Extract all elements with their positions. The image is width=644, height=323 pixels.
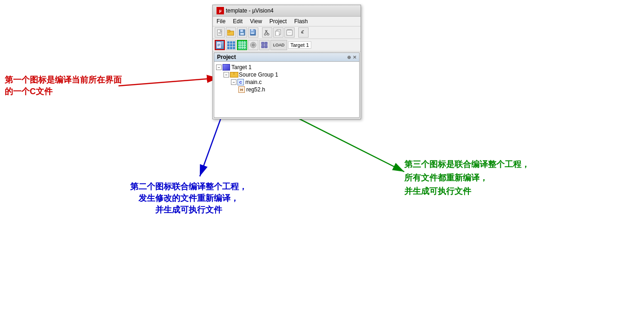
app-icon: µ [217, 7, 224, 14]
svg-marker-30 [221, 42, 223, 44]
toolbar-new-btn[interactable] [215, 27, 225, 38]
menu-view[interactable]: View [248, 18, 264, 25]
reg52-h-label: reg52.h [246, 86, 265, 93]
window-title: template - µVision4 [226, 7, 274, 14]
toolbar-open-btn[interactable] [226, 27, 236, 38]
toolbar-options-btn[interactable] [259, 40, 269, 50]
toolbar-row2: LOAD Target 1 [213, 39, 361, 52]
expand-icon[interactable]: − [216, 65, 222, 70]
target-label: Target 1 [231, 64, 251, 71]
toolbar-row1 [213, 26, 361, 39]
menu-project[interactable]: Project [268, 18, 289, 25]
close-icon[interactable]: ✕ [353, 55, 356, 60]
project-header-controls: ⊕ ✕ [347, 55, 356, 60]
toolbar-target-label[interactable]: Target 1 [288, 41, 311, 49]
svg-rect-36 [262, 42, 264, 45]
project-panel-title: Project [217, 54, 236, 60]
project-panel-header: Project ⊕ ✕ [214, 53, 359, 62]
svg-point-35 [252, 44, 255, 46]
menu-bar: File Edit View Project Flash [213, 17, 361, 26]
tree-main-c[interactable]: − C main.c [214, 78, 359, 86]
toolbar-compile-file-btn[interactable] [215, 40, 225, 50]
menu-file[interactable]: File [215, 18, 227, 25]
main-c-label: main.c [245, 79, 262, 85]
title-bar: µ template - µVision4 [213, 5, 361, 17]
toolbar-build-btn[interactable] [226, 40, 236, 50]
toolbar-copy-btn[interactable] [273, 27, 283, 38]
expand-icon-sg[interactable]: − [223, 72, 229, 78]
toolbar-manage-btn[interactable] [248, 40, 258, 50]
toolbar-undo-btn[interactable] [298, 27, 309, 38]
toolbar-cut-btn[interactable] [262, 27, 272, 38]
svg-rect-37 [265, 42, 267, 45]
tree-reg52-h[interactable]: H reg52.h [214, 86, 359, 93]
project-tree: − Target 1 − Source Group 1 − C main.c H… [214, 62, 359, 117]
build-icon [227, 41, 235, 49]
source-group-label: Source Group 1 [239, 71, 278, 78]
tree-source-group[interactable]: − Source Group 1 [214, 71, 359, 78]
annotation-left-red: 第一个图标是编译当前所在界面 的一个C文件 [5, 74, 122, 97]
c-file-icon: C [237, 79, 244, 85]
svg-rect-16 [251, 29, 253, 31]
toolbar-paste-btn[interactable] [284, 27, 295, 38]
svg-rect-12 [240, 30, 243, 32]
svg-marker-28 [302, 31, 304, 33]
svg-rect-13 [240, 33, 244, 35]
tree-target[interactable]: − Target 1 [214, 64, 359, 71]
rebuild-icon [238, 41, 247, 50]
svg-rect-10 [227, 30, 230, 32]
toolbar-save2-btn[interactable] [248, 27, 258, 38]
target-icon [223, 64, 230, 71]
svg-point-21 [267, 33, 269, 35]
svg-rect-38 [262, 45, 264, 48]
menu-flash[interactable]: Flash [292, 18, 309, 25]
svg-rect-17 [251, 32, 254, 34]
pin-icon[interactable]: ⊕ [347, 55, 351, 60]
svg-rect-23 [276, 31, 279, 36]
compile-file-icon [216, 41, 224, 49]
svg-rect-39 [265, 45, 267, 48]
toolbar-load-btn[interactable]: LOAD [270, 40, 287, 50]
svg-line-3 [118, 78, 218, 86]
folder-icon [230, 72, 237, 78]
toolbar-rebuild-btn[interactable] [237, 40, 247, 50]
annotation-center-blue: 第二个图标联合编译整个工程， 发生修改的文件重新编译， 并生成可执行文件 [130, 181, 247, 216]
toolbar-save-btn[interactable] [237, 27, 247, 38]
svg-point-20 [264, 33, 266, 35]
menu-edit[interactable]: Edit [231, 18, 244, 25]
h-file-icon: H [238, 86, 245, 93]
project-panel: Project ⊕ ✕ − Target 1 − Source Group 1 … [214, 52, 360, 118]
window: µ template - µVision4 File Edit View Pro… [212, 5, 361, 119]
annotation-right-green: 第三个图标是联合编译整个工程， 所有文件都重新编译， 并生成可执行文件 [404, 158, 530, 198]
expand-icon-main[interactable]: − [231, 79, 237, 85]
